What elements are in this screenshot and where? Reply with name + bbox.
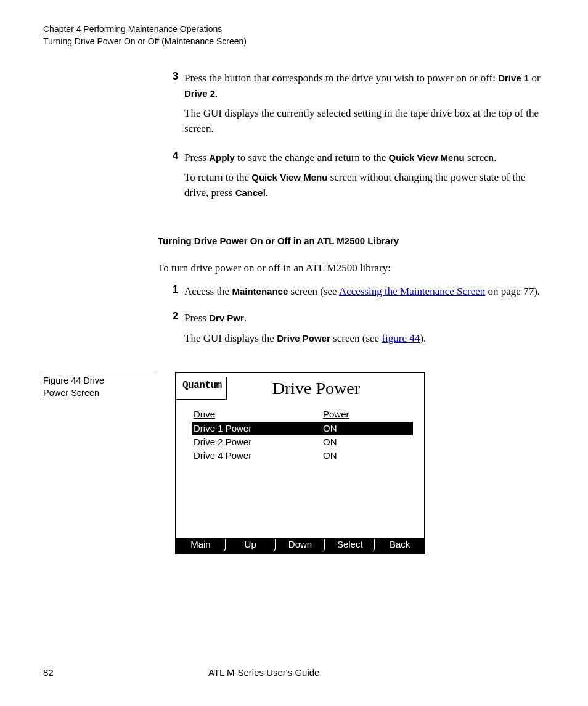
step-4-followup: To return to the Quick View Menu screen … [43,170,545,200]
gui-button-main[interactable]: Main [176,539,226,551]
gui-drive-name: Drive 1 Power [192,422,323,435]
page-header: Chapter 4 Performing Maintenance Operati… [43,23,545,47]
gui-logo: Quantum [176,377,227,400]
step-1: 1 Access the Maintenance screen (see Acc… [43,284,545,300]
gui-col-drive: Drive [194,409,323,419]
gui-button-select[interactable]: Select [325,539,375,551]
gui-button-down[interactable]: Down [276,539,326,551]
gui-drive-name: Drive 4 Power [194,449,323,462]
step-number: 2 [163,311,184,326]
gui-title: Drive Power [227,379,424,398]
step-4: 4 Press Apply to save the change and ret… [43,150,545,166]
step-3: 3 Press the button that corresponds to t… [43,71,545,101]
footer-title: ATL M-Series User's Guide [179,667,545,678]
gui-button-up[interactable]: Up [226,539,276,551]
step-number: 1 [163,284,184,300]
gui-row[interactable]: Drive 2 PowerON [194,435,413,449]
gui-drive-name: Drive 2 Power [194,435,323,449]
link-accessing-maintenance[interactable]: Accessing the Maintenance Screen [339,285,485,297]
intro-text: To turn drive power on or off in an ATL … [43,261,545,276]
link-figure-44[interactable]: figure 44 [382,332,420,344]
page-number: 82 [43,667,179,678]
gui-button-back[interactable]: Back [375,539,424,551]
step-2-followup: The GUI displays the Drive Power screen … [43,331,545,347]
step-text: Press Drv Pwr. [184,311,545,326]
gui-button-bar: MainUpDownSelectBack [176,538,424,553]
step-text: Press Apply to save the change and retur… [184,150,545,166]
page-footer: 82 ATL M-Series User's Guide [43,667,545,678]
gui-power-state: ON [323,435,413,449]
step-number: 3 [163,71,184,101]
step-3-followup: The GUI displays the currently selected … [43,106,545,136]
header-chapter: Chapter 4 Performing Maintenance Operati… [43,23,545,36]
gui-power-state: ON [323,449,413,462]
section-heading: Turning Drive Power On or Off in an ATL … [43,236,545,246]
step-2: 2 Press Drv Pwr. [43,311,545,326]
step-number: 4 [163,150,184,166]
step-text: Press the button that corresponds to the… [184,71,545,101]
header-section: Turning Drive Power On or Off (Maintenan… [43,36,545,48]
gui-col-power: Power [323,409,413,419]
figure-caption: Figure 44 Drive Power Screen [43,372,157,554]
step-text: Access the Maintenance screen (see Acces… [184,284,545,300]
gui-drive-power-screen: Quantum Drive Power Drive Power Drive 1 … [175,372,425,554]
gui-power-state: ON [323,422,413,435]
gui-row[interactable]: Drive 1 PowerON [194,422,413,435]
gui-row[interactable]: Drive 4 PowerON [194,449,413,462]
